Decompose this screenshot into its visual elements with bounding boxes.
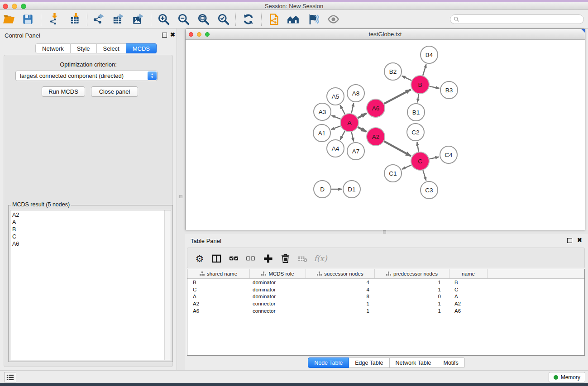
tab-network[interactable]: Network — [35, 43, 71, 53]
criterion-select[interactable]: largest connected component (directed) ▲… — [15, 71, 158, 81]
result-item[interactable]: B — [12, 226, 19, 233]
edge-A-A2[interactable] — [358, 127, 367, 132]
edge-B-B2[interactable] — [402, 76, 411, 81]
save-session-button[interactable] — [20, 11, 35, 27]
import-network-button[interactable] — [47, 11, 62, 27]
edge-A-A6[interactable] — [358, 113, 366, 118]
edge-C-C1[interactable] — [402, 165, 411, 169]
close-panel-icon[interactable]: ✖ — [577, 237, 582, 243]
table-cell[interactable]: 1 — [375, 308, 449, 314]
table-cell[interactable]: 4 — [306, 280, 375, 285]
float-panel-icon[interactable] — [162, 33, 167, 38]
edge-C-C4[interactable] — [429, 157, 439, 159]
tab-network-table[interactable]: Network Table — [390, 357, 438, 368]
function-button[interactable]: f(x) — [311, 252, 330, 265]
result-item[interactable]: A6 — [12, 240, 19, 248]
edge-A-A8[interactable] — [351, 103, 354, 114]
vertical-splitter[interactable] — [177, 29, 185, 370]
table-cell[interactable]: C — [449, 287, 488, 292]
edge-B-B1[interactable] — [417, 94, 419, 102]
refresh-button[interactable] — [240, 11, 256, 27]
table-cell[interactable]: 4 — [306, 287, 375, 292]
column-header-name[interactable]: name — [449, 269, 488, 278]
table-cell[interactable]: A2 — [449, 301, 488, 306]
table-cell[interactable]: dominator — [250, 287, 306, 292]
tab-select[interactable]: Select — [97, 43, 126, 53]
edge-A6-B[interactable] — [384, 90, 411, 104]
table-cell[interactable]: A6 — [449, 308, 488, 314]
edge-A-A5[interactable] — [340, 105, 345, 114]
table-row[interactable]: Bdominator41B — [187, 279, 584, 286]
edge-A2-C[interactable] — [384, 141, 411, 156]
edge-A-A1[interactable] — [331, 126, 341, 129]
table-cell[interactable]: 1 — [306, 301, 375, 306]
table-cell[interactable]: 1 — [375, 280, 449, 285]
memory-button[interactable]: Memory — [549, 372, 585, 382]
tab-node-table[interactable]: Node Table — [308, 357, 349, 368]
column-header-predecessor-nodes[interactable]: predecessor nodes — [375, 269, 449, 278]
splitter-handle-icon[interactable] — [179, 195, 182, 198]
table-cell[interactable]: B — [449, 280, 488, 285]
table-row[interactable]: A2connector11A2 — [187, 300, 584, 307]
result-item[interactable]: A2 — [12, 211, 19, 219]
tab-style[interactable]: Style — [71, 43, 97, 53]
hide-labels-button[interactable] — [305, 11, 320, 27]
table-cell[interactable]: 1 — [375, 287, 449, 292]
result-list-scrollbar[interactable] — [164, 210, 171, 360]
column-header-MCDS-role[interactable]: MCDS role — [250, 269, 306, 278]
table-cell[interactable]: A6 — [187, 308, 250, 314]
table-row[interactable]: Adominator80A — [187, 293, 584, 300]
result-item[interactable]: A — [12, 219, 19, 226]
columns-button[interactable] — [210, 252, 223, 265]
import-table-button[interactable] — [68, 11, 83, 27]
home-button[interactable] — [285, 11, 301, 27]
edge-A-A4[interactable] — [340, 131, 345, 139]
run-mcds-button[interactable]: Run MCDS — [42, 86, 85, 97]
close-panel-icon[interactable]: ✖ — [170, 31, 175, 38]
splitter-handle-icon[interactable] — [383, 230, 386, 234]
open-network-file-button[interactable] — [266, 11, 282, 27]
edge-A-A3[interactable] — [331, 115, 340, 119]
table-cell[interactable]: dominator — [250, 294, 306, 299]
edge-C-C3[interactable] — [423, 170, 426, 181]
table-cell[interactable]: connector — [250, 301, 306, 306]
edge-B-B3[interactable] — [430, 86, 440, 88]
table-cell[interactable]: 0 — [375, 294, 449, 299]
task-history-button[interactable] — [4, 372, 16, 382]
search-input[interactable] — [459, 16, 583, 23]
export-table-button[interactable] — [110, 11, 126, 27]
network-graph-canvas[interactable]: B4B2BB3B1A5A8A6A3AA1C2A4A7A2CC4C1C3DD1 — [186, 40, 585, 230]
delete-button[interactable] — [278, 252, 292, 265]
network-window-titlebar[interactable]: testGlobe.txt — [186, 29, 585, 40]
column-header-shared-name[interactable]: shared name — [187, 269, 250, 278]
zoom-out-button[interactable] — [176, 11, 191, 27]
select-all-button[interactable] — [227, 252, 240, 265]
table-cell[interactable]: connector — [250, 308, 306, 314]
mcds-result-list[interactable]: A2ABCA6 — [10, 210, 171, 360]
table-cell[interactable]: 1 — [375, 301, 449, 306]
deselect-all-button[interactable] — [244, 252, 257, 265]
tab-motifs[interactable]: Motifs — [437, 357, 464, 368]
edge-B-B4[interactable] — [423, 64, 426, 76]
tab-edge-table[interactable]: Edge Table — [349, 357, 389, 368]
table-row[interactable]: A6connector11A6 — [187, 307, 584, 315]
delete-table-button[interactable] — [296, 252, 309, 265]
gear-button[interactable]: ⚙ — [193, 252, 206, 265]
table-cell[interactable]: dominator — [250, 280, 306, 285]
float-panel-icon[interactable] — [567, 238, 572, 243]
show-eye-button[interactable] — [325, 11, 341, 27]
result-item[interactable]: C — [12, 233, 19, 240]
add-button[interactable] — [261, 252, 275, 265]
zoom-selected-button[interactable] — [215, 11, 231, 27]
table-cell[interactable]: A — [187, 294, 250, 299]
export-image-button[interactable] — [130, 11, 146, 27]
table-cell[interactable]: 8 — [306, 294, 375, 299]
zoom-fit-button[interactable] — [196, 11, 211, 27]
table-cell[interactable]: C — [187, 287, 250, 292]
column-header-successor-nodes[interactable]: successor nodes — [306, 269, 375, 278]
zoom-in-button[interactable] — [156, 11, 171, 27]
close-panel-button[interactable]: Close panel — [91, 86, 138, 97]
export-network-button[interactable] — [91, 11, 106, 27]
horizontal-splitter[interactable] — [185, 230, 588, 234]
open-session-button[interactable] — [1, 11, 16, 27]
